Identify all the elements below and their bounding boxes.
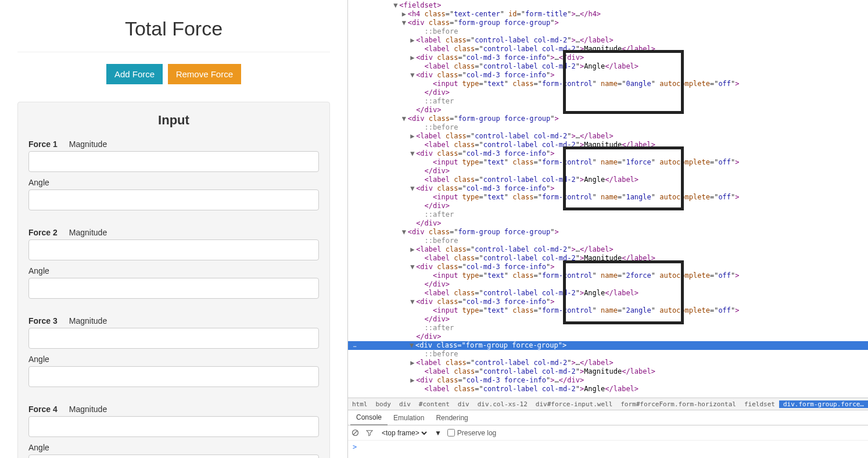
force-group: Force 2MagnitudeAngle (28, 228, 319, 305)
dom-line[interactable]: <label class="control-label col-md-2">Ma… (348, 367, 868, 376)
dom-line[interactable]: ▶<label class="control-label col-md-2">…… (348, 132, 868, 141)
dom-line[interactable]: ▶<label class="control-label col-md-2">…… (348, 245, 868, 254)
dom-line[interactable]: ▼<fieldset> (348, 1, 868, 10)
dom-line[interactable]: ▼<div class="form-group force-group"> (348, 19, 868, 27)
console-body[interactable]: > (348, 441, 868, 458)
dom-line[interactable]: ▼<div class="form-group force-group"> (348, 114, 868, 123)
frame-selector[interactable]: <top frame> (379, 428, 429, 438)
dom-line[interactable]: ::before (348, 350, 868, 359)
angle-input[interactable] (28, 278, 319, 299)
angle-input[interactable] (28, 366, 319, 387)
magnitude-label: Magnitude (69, 405, 107, 414)
dom-line[interactable]: ::before (348, 27, 868, 36)
dom-line[interactable]: <label class="control-label col-md-2">An… (348, 385, 868, 393)
ellipsis-badge: … (351, 341, 358, 350)
breadcrumb-item[interactable]: div.form-group.force… (779, 400, 868, 408)
page-title: Total Force (17, 12, 330, 52)
breadcrumb-item[interactable]: div.col-xs-12 (474, 400, 532, 408)
clear-console-icon[interactable] (351, 429, 360, 437)
input-well: Input Force 1MagnitudeAngleForce 2Magnit… (17, 102, 330, 458)
annotation-box (563, 50, 684, 114)
dom-line[interactable]: ::after (348, 324, 868, 332)
magnitude-label: Magnitude (69, 228, 107, 237)
angle-label: Angle (28, 443, 49, 452)
angle-label: Angle (28, 266, 49, 275)
force-group: Force 4MagnitudeAngle (28, 405, 319, 458)
filter-icon[interactable] (365, 429, 374, 437)
force-name-label: Force 4 (28, 405, 58, 414)
magnitude-input[interactable] (28, 151, 319, 172)
breadcrumb-item[interactable]: body (371, 400, 395, 408)
preserve-log-label-text: Preserve log (457, 429, 496, 437)
dom-line[interactable]: </div> (348, 219, 868, 228)
dom-line[interactable]: ▶<label class="control-label col-md-2">…… (348, 36, 868, 45)
drawer-tab[interactable]: Emulation (388, 411, 430, 425)
angle-label: Angle (28, 355, 49, 364)
dom-line[interactable]: ▼<div class="form-group force-group"> (348, 228, 868, 237)
breadcrumb-item[interactable]: #content (415, 400, 454, 408)
webpage-pane: Total Force Add Force Remove Force Input… (0, 0, 347, 458)
input-heading: Input (28, 113, 319, 128)
dom-line[interactable]: ::before (348, 123, 868, 132)
force-name-label: Force 3 (28, 316, 58, 325)
drawer-tab[interactable]: Console (350, 410, 388, 425)
dom-line[interactable]: </div> (348, 332, 868, 341)
annotation-box (563, 260, 684, 324)
force-name-label: Force 1 (28, 139, 58, 149)
magnitude-input[interactable] (28, 239, 319, 260)
magnitude-input[interactable] (28, 416, 319, 437)
angle-input[interactable] (28, 455, 319, 458)
breadcrumb-item[interactable]: div (395, 400, 415, 408)
breadcrumb-item[interactable]: div (454, 400, 474, 408)
force-group: Force 1MagnitudeAngle (28, 139, 319, 216)
angle-input[interactable] (28, 189, 319, 210)
breadcrumb-item[interactable]: html (348, 400, 372, 408)
angle-label: Angle (28, 178, 49, 187)
dom-line[interactable]: ::before (348, 237, 868, 245)
dom-line[interactable]: ▶<label class="control-label col-md-2">…… (348, 359, 868, 367)
devtools-pane: ▼<fieldset> ▶<h4 class="text-center" id=… (347, 0, 868, 458)
preserve-log-checkbox-label[interactable]: Preserve log (447, 429, 496, 437)
magnitude-label: Magnitude (69, 139, 107, 149)
frame-dropdown-arrow-icon[interactable]: ▼ (435, 429, 442, 437)
annotation-box (563, 146, 684, 210)
force-group: Force 3MagnitudeAngle (28, 316, 319, 393)
dom-line[interactable]: ▶<h4 class="text-center" id="form-title"… (348, 10, 868, 19)
dom-line[interactable]: ▶<div class="col-md-3 force-info">…</div… (348, 376, 868, 385)
console-prompt-icon: > (353, 443, 357, 451)
button-row: Add Force Remove Force (17, 64, 330, 84)
breadcrumb-item[interactable]: form#forceForm.form-horizontal (616, 400, 740, 408)
magnitude-label: Magnitude (69, 316, 107, 325)
elements-breadcrumb[interactable]: htmlbodydiv#contentdivdiv.col-xs-12div#f… (348, 398, 868, 410)
title-divider (17, 52, 330, 52)
force-name-label: Force 2 (28, 228, 58, 237)
magnitude-input[interactable] (28, 328, 319, 349)
breadcrumb-item[interactable]: fieldset (740, 400, 779, 408)
remove-force-button[interactable]: Remove Force (168, 64, 241, 84)
add-force-button[interactable]: Add Force (106, 64, 163, 84)
svg-line-1 (354, 431, 358, 435)
breadcrumb-item[interactable]: div#force-input.well (532, 400, 616, 408)
drawer-tab[interactable]: Rendering (430, 411, 474, 425)
console-toolbar: <top frame> ▼ Preserve log (348, 425, 868, 441)
dom-line[interactable]: ::after (348, 210, 868, 219)
dom-line[interactable]: … ▼<div class="form-group force-group"> (348, 341, 868, 350)
elements-panel[interactable]: ▼<fieldset> ▶<h4 class="text-center" id=… (348, 0, 868, 398)
drawer-tabs: ConsoleEmulationRendering (348, 410, 868, 425)
forces-container: Force 1MagnitudeAngleForce 2MagnitudeAng… (28, 139, 319, 458)
preserve-log-checkbox[interactable] (447, 429, 455, 436)
